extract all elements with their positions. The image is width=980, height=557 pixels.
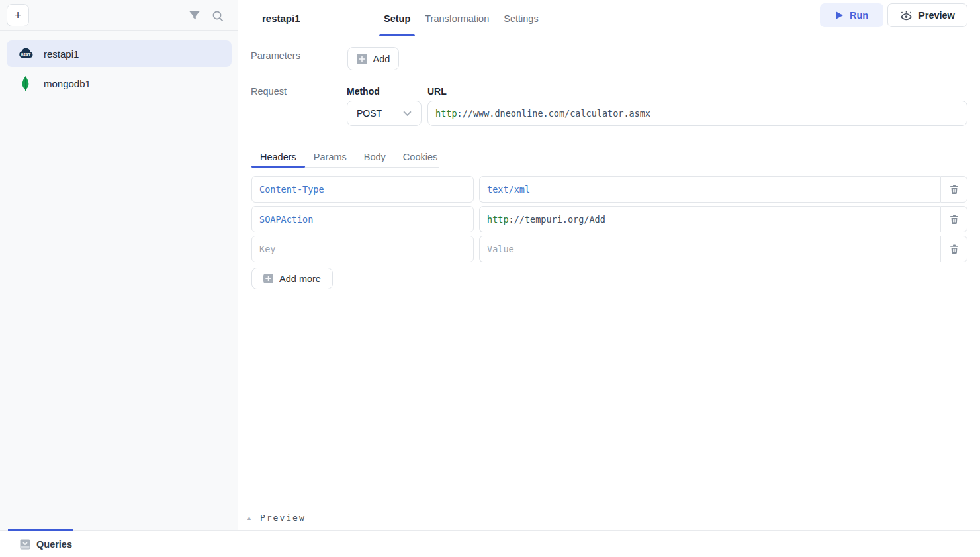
bottom-bar: Queries xyxy=(0,530,980,557)
parameters-label: Parameters xyxy=(251,50,300,61)
header-value-field[interactable]: text/xml xyxy=(479,176,940,203)
header-row: SOAPAction http://tempuri.org/Add xyxy=(251,206,967,232)
trash-icon xyxy=(949,214,959,225)
header-key-text: SOAPAction xyxy=(259,214,313,225)
tab-body[interactable]: Body xyxy=(355,146,394,168)
header-value-field[interactable]: http://tempuri.org/Add xyxy=(479,206,940,232)
filter-icon[interactable] xyxy=(189,10,200,22)
add-parameter-button[interactable]: Add xyxy=(347,47,399,70)
url-input[interactable]: http://www.dneonline.com/calculator.asmx xyxy=(427,101,967,126)
preview-button-label: Preview xyxy=(918,10,955,21)
add-query-button[interactable]: + xyxy=(7,4,29,26)
sidebar-item-label: restapi1 xyxy=(44,48,79,60)
chevron-down-icon xyxy=(403,111,412,116)
url-label: URL xyxy=(427,86,447,97)
rest-api-cloud-icon: REST xyxy=(16,48,34,60)
search-icon[interactable] xyxy=(212,10,224,22)
mongodb-leaf-icon xyxy=(16,76,34,91)
tab-settings[interactable]: Settings xyxy=(496,0,545,36)
queries-tab[interactable]: Queries xyxy=(20,531,72,557)
sidebar: + REST restapi1 mongodb1 xyxy=(0,0,238,530)
sidebar-item-restapi1[interactable]: REST restapi1 xyxy=(7,40,232,67)
queries-icon xyxy=(20,539,30,550)
preview-panel-toggle[interactable]: ▲ Preview xyxy=(238,505,980,530)
run-button[interactable]: Run xyxy=(820,3,883,27)
play-icon xyxy=(835,11,844,20)
delete-header-button[interactable] xyxy=(940,206,967,232)
url-rest: ://www.dneonline.com/calculator.asmx xyxy=(457,108,651,119)
add-more-button[interactable]: Add more xyxy=(251,268,333,289)
collapse-up-icon: ▲ xyxy=(246,515,252,521)
delete-header-button[interactable] xyxy=(940,236,967,262)
header-key-input[interactable] xyxy=(259,236,466,262)
plus-box-icon xyxy=(263,274,273,283)
header-value-input[interactable] xyxy=(487,236,933,262)
add-more-label: Add more xyxy=(279,274,321,284)
svg-text:REST: REST xyxy=(21,52,30,56)
header-key-text: Content-Type xyxy=(259,184,324,195)
sidebar-item-label: mongodb1 xyxy=(44,78,91,89)
preview-panel-label: Preview xyxy=(260,513,306,523)
tab-cookies[interactable]: Cookies xyxy=(394,146,446,168)
request-sub-tabs: Headers Params Body Cookies xyxy=(251,146,446,168)
page-title: restapi1 xyxy=(262,0,300,36)
tab-setup[interactable]: Setup xyxy=(377,0,418,36)
method-label: Method xyxy=(347,86,380,97)
add-parameter-label: Add xyxy=(373,54,390,64)
sidebar-header: + xyxy=(0,0,238,31)
tab-headers[interactable]: Headers xyxy=(251,146,305,168)
eye-icon xyxy=(900,10,913,21)
method-dropdown[interactable]: POST xyxy=(347,101,422,126)
queries-tab-label: Queries xyxy=(36,539,72,550)
header-key-field[interactable] xyxy=(251,236,474,262)
header-value-scheme: http xyxy=(487,214,509,225)
setup-panel: Parameters Add Request Method URL POST h… xyxy=(238,36,980,530)
preview-button[interactable]: Preview xyxy=(887,3,967,27)
header-value-field[interactable] xyxy=(479,236,940,262)
tab-params[interactable]: Params xyxy=(305,146,355,168)
delete-header-button[interactable] xyxy=(940,176,967,203)
header-row xyxy=(251,236,967,262)
header-key-field[interactable]: Content-Type xyxy=(251,176,474,203)
header-key-field[interactable]: SOAPAction xyxy=(251,206,474,232)
sidebar-item-mongodb1[interactable]: mongodb1 xyxy=(7,70,232,97)
header-row: Content-Type text/xml xyxy=(251,176,967,203)
url-scheme: http xyxy=(435,108,457,119)
tab-transformation[interactable]: Transformation xyxy=(418,0,496,36)
top-tabs: Setup Transformation Settings xyxy=(377,0,546,36)
method-value: POST xyxy=(357,108,382,119)
header-value-rest: ://tempuri.org/Add xyxy=(509,214,605,225)
trash-icon xyxy=(949,184,959,195)
plus-box-icon xyxy=(357,54,367,64)
trash-icon xyxy=(949,244,959,254)
top-bar: restapi1 Setup Transformation Settings R… xyxy=(238,0,980,36)
header-value-text: text/xml xyxy=(487,184,530,195)
run-button-label: Run xyxy=(850,10,868,21)
request-label: Request xyxy=(251,86,287,97)
